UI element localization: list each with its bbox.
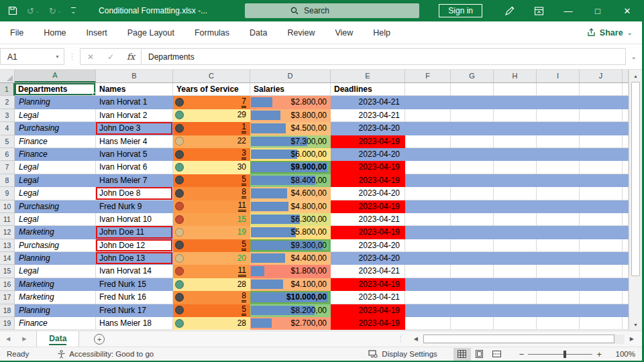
- cell-empty[interactable]: [494, 291, 537, 304]
- cell-empty[interactable]: [623, 239, 629, 252]
- accessibility-status[interactable]: Accessibility: Good to go: [57, 350, 154, 359]
- cell-years[interactable]: 28: [173, 317, 250, 330]
- cell-empty[interactable]: [494, 252, 537, 265]
- cell-name[interactable]: Ivan Horvat 10: [96, 213, 173, 226]
- cell-name[interactable]: John Doe 12: [96, 239, 173, 252]
- cell-department[interactable]: Marketing: [15, 278, 96, 291]
- cell-salary[interactable]: $3.800,00: [250, 109, 331, 122]
- cell-name[interactable]: Ivan Horvat 5: [96, 148, 173, 161]
- share-button[interactable]: Share ⌄: [587, 28, 633, 38]
- cell-empty[interactable]: [405, 122, 451, 135]
- cell-empty[interactable]: [405, 239, 451, 252]
- header-cell[interactable]: Deadlines: [331, 83, 405, 96]
- cell-empty[interactable]: [494, 148, 537, 161]
- cell-years[interactable]: 29: [173, 109, 250, 122]
- cell-empty[interactable]: [580, 213, 623, 226]
- tab-review[interactable]: Review: [277, 21, 325, 44]
- cell-empty[interactable]: [494, 226, 537, 239]
- cell-empty[interactable]: [537, 226, 580, 239]
- cell-empty[interactable]: [451, 83, 494, 96]
- cell-salary[interactable]: $8.400,00: [250, 174, 331, 187]
- cell-years[interactable]: 3: [173, 148, 250, 161]
- column-header-d[interactable]: D: [250, 70, 331, 82]
- cell-empty[interactable]: [451, 96, 494, 109]
- name-box[interactable]: A1 ▼: [0, 48, 64, 65]
- cell-years[interactable]: 19: [173, 226, 250, 239]
- sheet-prev-icon[interactable]: ◀: [0, 336, 16, 342]
- cell-empty[interactable]: [494, 174, 537, 187]
- cell-years[interactable]: 28: [173, 278, 250, 291]
- cell-empty[interactable]: [580, 226, 623, 239]
- cell-empty[interactable]: [405, 187, 451, 200]
- splitter-dots-icon[interactable]: ⋮: [397, 335, 405, 343]
- column-header-g[interactable]: G: [451, 70, 494, 82]
- cell-department[interactable]: Finance: [15, 317, 96, 330]
- cell-empty[interactable]: [405, 291, 451, 304]
- cell-deadline[interactable]: 2023-04-19: [331, 278, 405, 291]
- cell-empty[interactable]: [623, 135, 629, 148]
- row-number[interactable]: 2: [0, 96, 15, 109]
- row-number[interactable]: 5: [0, 135, 15, 148]
- cell-empty[interactable]: [494, 213, 537, 226]
- cell-empty[interactable]: [494, 161, 537, 174]
- cell-empty[interactable]: [451, 213, 494, 226]
- cell-empty[interactable]: [537, 83, 580, 96]
- scroll-left-icon[interactable]: ◀: [411, 336, 421, 342]
- splitter-dots-icon[interactable]: ⋮: [68, 52, 76, 61]
- cell-name[interactable]: John Doe 13: [96, 252, 173, 265]
- cell-empty[interactable]: [405, 226, 451, 239]
- cell-empty[interactable]: [451, 226, 494, 239]
- minimize-button[interactable]: —: [553, 0, 583, 21]
- tab-formulas[interactable]: Formulas: [184, 21, 239, 44]
- dropdown-icon[interactable]: ▼: [55, 54, 60, 59]
- cell-salary[interactable]: $1.800,00: [250, 265, 331, 278]
- cell-empty[interactable]: [623, 200, 629, 213]
- cell-deadline[interactable]: 2023-04-20: [331, 148, 405, 161]
- enter-icon[interactable]: ✓: [101, 52, 121, 62]
- cell-salary[interactable]: $6.300,00: [250, 213, 331, 226]
- cell-empty[interactable]: [580, 278, 623, 291]
- cell-empty[interactable]: [580, 200, 623, 213]
- cell-salary[interactable]: $10.000,00: [250, 291, 331, 304]
- header-cell[interactable]: Salaries: [250, 83, 331, 96]
- cell-empty[interactable]: [580, 148, 623, 161]
- scroll-up-icon[interactable]: ▲: [629, 70, 642, 82]
- sheet-tab-data[interactable]: Data: [36, 331, 79, 347]
- cell-empty[interactable]: [405, 148, 451, 161]
- cell-empty[interactable]: [580, 83, 623, 96]
- zoom-level[interactable]: 100%: [606, 350, 635, 358]
- formula-input[interactable]: Departments: [142, 48, 626, 65]
- cell-name[interactable]: Hans Meier 18: [96, 317, 173, 330]
- cell-empty[interactable]: [451, 122, 494, 135]
- cell-empty[interactable]: [537, 252, 580, 265]
- ribbon-display-options-icon[interactable]: [524, 0, 553, 21]
- cell-empty[interactable]: [451, 304, 494, 317]
- column-header-f[interactable]: F: [405, 70, 451, 82]
- cell-empty[interactable]: [405, 252, 451, 265]
- cell-empty[interactable]: [537, 304, 580, 317]
- cell-empty[interactable]: [580, 96, 623, 109]
- cell-empty[interactable]: [537, 161, 580, 174]
- cell-empty[interactable]: [405, 304, 451, 317]
- cell-empty[interactable]: [451, 161, 494, 174]
- cell-empty[interactable]: [451, 265, 494, 278]
- cell-empty[interactable]: [623, 278, 629, 291]
- cancel-icon[interactable]: ✕: [80, 52, 101, 62]
- cell-years[interactable]: 1: [173, 122, 250, 135]
- cell-empty[interactable]: [451, 174, 494, 187]
- row-number[interactable]: 8: [0, 174, 15, 187]
- cell-deadline[interactable]: 2023-04-21: [331, 213, 405, 226]
- tab-page-layout[interactable]: Page Layout: [117, 21, 184, 44]
- cell-salary[interactable]: $4.800,00: [250, 200, 331, 213]
- cell-empty[interactable]: [623, 122, 629, 135]
- cell-empty[interactable]: [580, 291, 623, 304]
- cell-empty[interactable]: [580, 317, 623, 330]
- column-header-e[interactable]: E: [331, 70, 405, 82]
- cell-name[interactable]: Ivan Horvat 1: [96, 96, 173, 109]
- view-normal-button[interactable]: [453, 348, 471, 361]
- cell-empty[interactable]: [494, 239, 537, 252]
- tab-insert[interactable]: Insert: [76, 21, 117, 44]
- cell-name[interactable]: John Doe 8: [96, 187, 173, 200]
- cell-years[interactable]: 5: [173, 239, 250, 252]
- cell-name[interactable]: John Doe 11: [96, 226, 173, 239]
